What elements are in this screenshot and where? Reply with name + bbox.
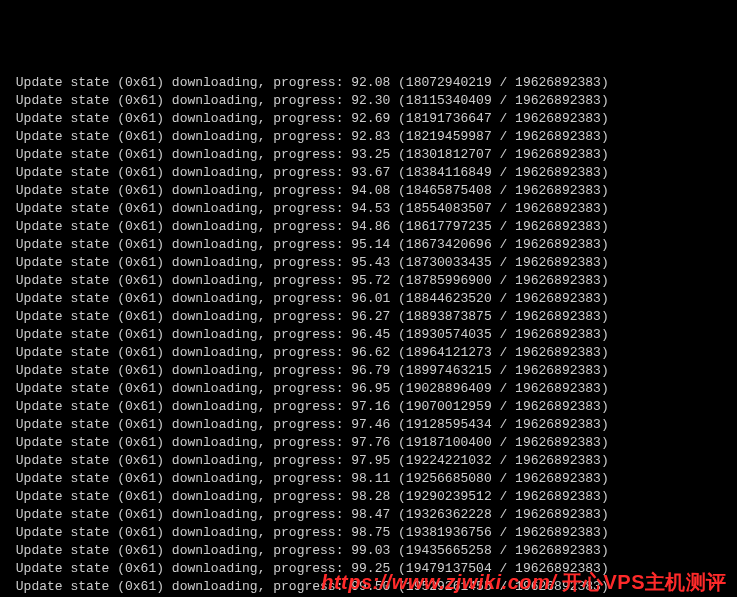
progress-line: Update state (0x61) downloading, progres… [8, 182, 737, 200]
progress-line: Update state (0x61) downloading, progres… [8, 218, 737, 236]
progress-line: Update state (0x61) downloading, progres… [8, 344, 737, 362]
progress-line: Update state (0x61) downloading, progres… [8, 290, 737, 308]
progress-line: Update state (0x61) downloading, progres… [8, 542, 737, 560]
progress-line: Update state (0x61) downloading, progres… [8, 434, 737, 452]
progress-line: Update state (0x61) downloading, progres… [8, 110, 737, 128]
progress-line: Update state (0x61) downloading, progres… [8, 416, 737, 434]
progress-line: Update state (0x61) downloading, progres… [8, 560, 737, 578]
progress-line: Update state (0x61) downloading, progres… [8, 146, 737, 164]
progress-line: Update state (0x61) downloading, progres… [8, 506, 737, 524]
progress-line: Update state (0x61) downloading, progres… [8, 92, 737, 110]
progress-line: Update state (0x61) downloading, progres… [8, 524, 737, 542]
progress-line: Update state (0x61) downloading, progres… [8, 254, 737, 272]
progress-line: Update state (0x61) downloading, progres… [8, 398, 737, 416]
progress-line: Update state (0x61) downloading, progres… [8, 326, 737, 344]
progress-line: Update state (0x61) downloading, progres… [8, 362, 737, 380]
progress-line: Update state (0x61) downloading, progres… [8, 488, 737, 506]
progress-line: Update state (0x61) downloading, progres… [8, 74, 737, 92]
progress-line: Update state (0x61) downloading, progres… [8, 578, 737, 596]
progress-line: Update state (0x61) downloading, progres… [8, 272, 737, 290]
progress-line: Update state (0x61) downloading, progres… [8, 128, 737, 146]
progress-line: Update state (0x61) downloading, progres… [8, 200, 737, 218]
progress-line: Update state (0x61) downloading, progres… [8, 452, 737, 470]
progress-line: Update state (0x61) downloading, progres… [8, 380, 737, 398]
progress-line: Update state (0x61) downloading, progres… [8, 470, 737, 488]
progress-line: Update state (0x61) downloading, progres… [8, 236, 737, 254]
progress-line: Update state (0x61) downloading, progres… [8, 308, 737, 326]
progress-line: Update state (0x61) downloading, progres… [8, 164, 737, 182]
